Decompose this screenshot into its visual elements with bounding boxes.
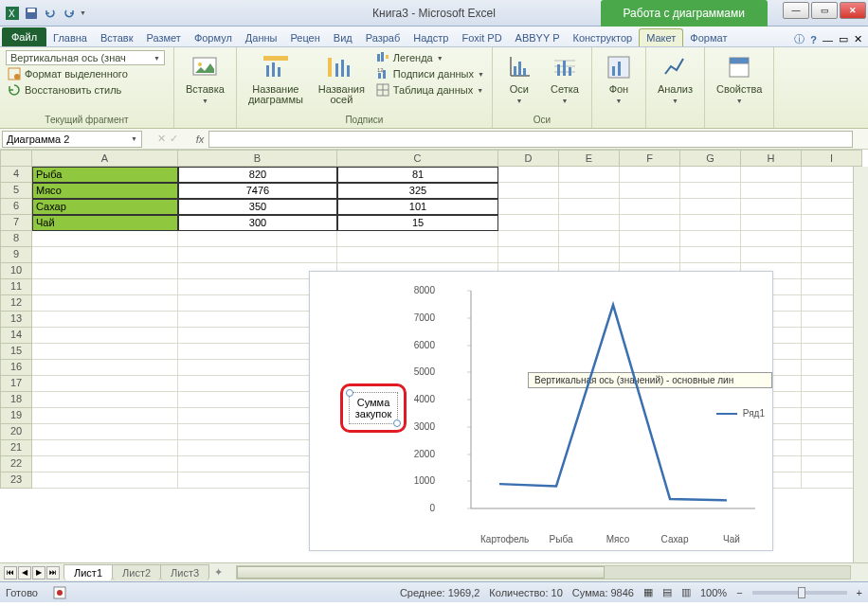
cell[interactable] (32, 392, 178, 408)
cell[interactable] (498, 167, 559, 183)
select-all-corner[interactable] (0, 150, 32, 167)
cell[interactable] (741, 183, 802, 199)
cell[interactable] (559, 199, 620, 215)
cell[interactable] (498, 183, 559, 199)
cell[interactable] (498, 247, 559, 263)
cell[interactable] (680, 215, 741, 231)
row-header[interactable]: 15 (0, 344, 32, 360)
tab-data[interactable]: Данны (239, 29, 284, 46)
cell[interactable] (32, 328, 178, 344)
cell[interactable] (680, 247, 741, 263)
row-header[interactable]: 5 (0, 183, 32, 199)
cell[interactable]: Мясо (32, 183, 178, 199)
cell[interactable] (680, 199, 741, 215)
cell[interactable] (680, 183, 741, 199)
row-header[interactable]: 4 (0, 167, 32, 183)
axes-button[interactable]: Оси▼ (498, 50, 540, 108)
cell[interactable]: 350 (178, 199, 337, 215)
fx-icon[interactable]: fx (191, 134, 208, 145)
cell[interactable] (32, 295, 178, 312)
tab-developer[interactable]: Разраб (359, 29, 407, 46)
row-header[interactable]: 22 (0, 456, 32, 472)
row-header[interactable]: 20 (0, 424, 32, 440)
cell[interactable]: Рыба (32, 167, 178, 183)
col-header-F[interactable]: F (620, 150, 680, 167)
cell[interactable]: 101 (337, 199, 498, 215)
cell[interactable] (559, 215, 620, 231)
macro-record-icon[interactable] (53, 586, 66, 599)
vertical-axis-title[interactable]: Сумма закупок (349, 392, 398, 424)
col-header-D[interactable]: D (498, 150, 559, 167)
tab-file[interactable]: Файл (2, 27, 46, 46)
cell[interactable] (620, 231, 680, 247)
col-header-G[interactable]: G (680, 150, 741, 167)
cell[interactable] (741, 167, 802, 183)
sheet-nav-next-icon[interactable]: ▶ (32, 566, 45, 579)
cell[interactable]: 15 (337, 215, 498, 231)
cell[interactable] (178, 247, 337, 263)
horizontal-scrollbar[interactable] (236, 565, 851, 579)
sheet-nav-prev-icon[interactable]: ◀ (18, 566, 31, 579)
doc-close-icon[interactable]: ✕ (854, 33, 862, 45)
row-header[interactable]: 14 (0, 328, 32, 344)
cell[interactable] (337, 231, 498, 247)
zoom-out-icon[interactable]: − (736, 587, 742, 598)
col-header-H[interactable]: H (741, 150, 802, 167)
minimize-ribbon-icon[interactable]: ⓘ (794, 32, 805, 46)
tab-abbyy[interactable]: ABBYY P (509, 29, 567, 46)
view-normal-icon[interactable]: ▦ (643, 586, 653, 598)
cell[interactable] (32, 344, 178, 360)
tab-chart-layout[interactable]: Макет (639, 28, 683, 46)
worksheet-grid[interactable]: A B C D E F G H I 4 Рыба 820 815 Мясо 74… (0, 150, 868, 562)
col-header-E[interactable]: E (559, 150, 620, 167)
chart-element-selector[interactable]: Вертикальная ось (знач▼ (6, 50, 165, 65)
insert-button[interactable]: Вставка▼ (180, 50, 230, 108)
row-header[interactable]: 11 (0, 279, 32, 295)
formula-input[interactable] (208, 131, 853, 148)
tab-layout[interactable]: Размет (140, 29, 188, 46)
row-header[interactable]: 6 (0, 199, 32, 215)
cell[interactable] (32, 279, 178, 295)
embedded-chart[interactable]: Сумма закупок Вертикальная ось (значений… (309, 271, 773, 551)
cell[interactable] (559, 183, 620, 199)
tab-formulas[interactable]: Формул (188, 29, 239, 46)
cell[interactable] (32, 312, 178, 328)
cell[interactable] (498, 215, 559, 231)
cell[interactable] (741, 247, 802, 263)
cell[interactable] (680, 231, 741, 247)
cell[interactable] (620, 199, 680, 215)
chart-title-button[interactable]: Название диаграммы (243, 50, 309, 107)
cell[interactable] (32, 472, 178, 489)
row-header[interactable]: 19 (0, 408, 32, 424)
tab-design[interactable]: Конструктор (566, 29, 639, 46)
cell[interactable] (498, 231, 559, 247)
name-box[interactable]: Диаграмма 2▼ (2, 131, 142, 148)
legend-button[interactable]: Легенда▼ (374, 50, 486, 65)
row-header[interactable]: 21 (0, 440, 32, 456)
row-header[interactable]: 13 (0, 312, 32, 328)
maximize-button[interactable]: ▭ (811, 2, 838, 19)
cell[interactable] (620, 167, 680, 183)
sheet-nav-first-icon[interactable]: ⏮ (4, 566, 17, 579)
cell[interactable] (620, 183, 680, 199)
zoom-slider[interactable] (752, 591, 847, 595)
cell[interactable] (680, 167, 741, 183)
tab-addins[interactable]: Надстр (407, 29, 455, 46)
cell[interactable] (559, 231, 620, 247)
cell[interactable] (337, 247, 498, 263)
cell[interactable] (741, 199, 802, 215)
cell[interactable] (498, 199, 559, 215)
close-button[interactable]: ✕ (840, 2, 866, 19)
col-header-C[interactable]: C (337, 150, 498, 167)
row-header[interactable]: 10 (0, 263, 32, 279)
cell[interactable] (32, 440, 178, 456)
data-table-button[interactable]: Таблица данных▼ (374, 82, 486, 98)
row-header[interactable]: 17 (0, 376, 32, 392)
properties-button[interactable]: Свойства▼ (711, 50, 768, 108)
format-selection-button[interactable]: Формат выделенного (6, 66, 130, 81)
tab-format[interactable]: Формат (683, 29, 733, 46)
col-header-B[interactable]: B (178, 150, 337, 167)
sheet-tab-2[interactable]: Лист2 (112, 564, 161, 580)
cell[interactable] (32, 231, 178, 247)
cell[interactable] (32, 456, 178, 472)
